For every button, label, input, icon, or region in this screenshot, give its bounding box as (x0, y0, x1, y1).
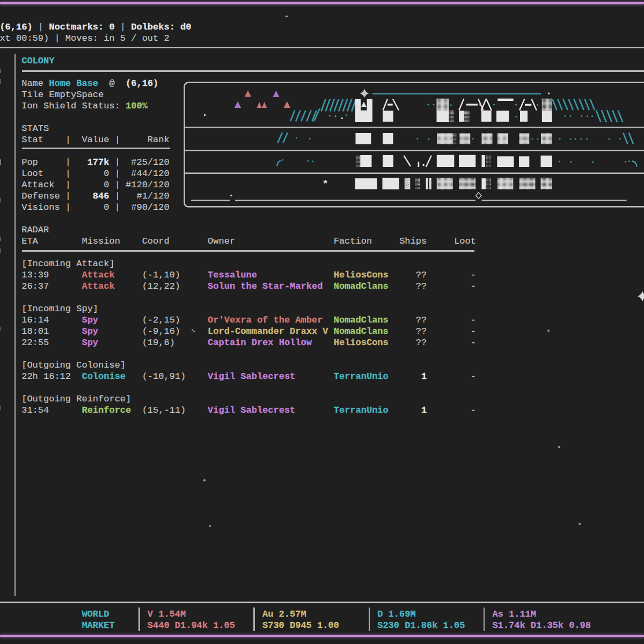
svg-text:*: * (323, 178, 328, 190)
